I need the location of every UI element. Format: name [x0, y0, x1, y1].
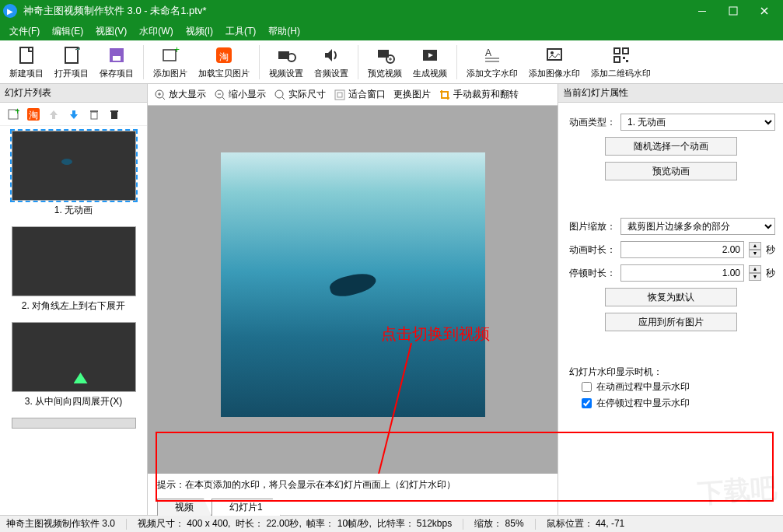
- slide-item[interactable]: 3. 从中间向四周展开(X): [5, 322, 142, 408]
- svg-rect-27: [91, 112, 97, 119]
- tab-slide[interactable]: 幻灯片1: [211, 499, 281, 516]
- add-qr-watermark-button[interactable]: 添加二维码水印: [586, 43, 655, 81]
- anim-dur-input[interactable]: [620, 241, 744, 258]
- svg-rect-22: [626, 60, 628, 62]
- slide-thumbnail: [12, 418, 136, 429]
- taobao-slide-button[interactable]: 淘: [25, 106, 42, 123]
- slide-item[interactable]: 2. 对角线左上到右下展开: [5, 226, 142, 313]
- wm-during-anim-checkbox[interactable]: 在动画过程中显示水印: [558, 379, 783, 395]
- crop-icon: [439, 89, 451, 101]
- svg-text:淘: 淘: [219, 51, 229, 62]
- menu-watermark[interactable]: 水印(W): [133, 23, 179, 40]
- folder-open-icon: [61, 44, 82, 66]
- canvas-image[interactable]: [221, 152, 485, 417]
- add-image-button[interactable]: +添加图片: [149, 43, 192, 81]
- video-settings-icon: [275, 44, 297, 66]
- menu-video[interactable]: 视频(I): [180, 23, 219, 40]
- slide-caption: 1. 无动画: [5, 204, 142, 217]
- image-plus-icon: +: [159, 44, 181, 66]
- menubar: 文件(F) 编辑(E) 视图(V) 水印(W) 视频(I) 工具(T) 帮助(H…: [0, 22, 783, 40]
- svg-rect-20: [614, 57, 620, 62]
- anim-type-select[interactable]: 1. 无动画: [620, 114, 775, 131]
- video-settings-button[interactable]: 视频设置: [264, 43, 308, 81]
- menu-view[interactable]: 视图(V): [89, 23, 133, 40]
- svg-rect-5: [113, 56, 121, 61]
- slide-caption: 2. 对角线左上到右下展开: [5, 299, 142, 313]
- svg-rect-21: [623, 57, 625, 59]
- preview-video-button[interactable]: 预览视频: [363, 43, 407, 81]
- zoom-in-icon: [154, 89, 166, 101]
- preview-icon: [374, 44, 396, 66]
- svg-rect-28: [90, 110, 98, 112]
- qr-icon: [610, 44, 632, 66]
- audio-settings-button[interactable]: 音频设置: [309, 43, 353, 81]
- svg-text:+: +: [15, 108, 19, 117]
- svg-point-17: [551, 51, 554, 54]
- close-button[interactable]: [749, 0, 780, 22]
- slide-item[interactable]: [5, 418, 142, 429]
- anim-dur-spinner[interactable]: ▲▼: [749, 242, 761, 257]
- random-anim-button[interactable]: 随机选择一个动画: [605, 137, 737, 156]
- delete-slide-button[interactable]: [86, 106, 103, 123]
- slide-thumbnail: [12, 322, 136, 392]
- slide-list-panel: 幻灯片列表 + 淘 1. 无动画 2. 对角线左上到右下展开 3. 从中间向四周…: [0, 84, 148, 515]
- zoom-out-button[interactable]: 缩小显示: [211, 86, 269, 103]
- anim-type-label: 动画类型：: [566, 116, 616, 129]
- slide-item[interactable]: 1. 无动画: [5, 131, 142, 217]
- taobao-icon: 淘: [213, 44, 235, 66]
- svg-rect-19: [623, 48, 628, 54]
- open-project-button[interactable]: 打开项目: [50, 43, 93, 81]
- minimize-button[interactable]: [687, 0, 718, 22]
- svg-point-33: [275, 90, 283, 98]
- fit-window-button[interactable]: 适合窗口: [330, 86, 389, 103]
- text-watermark-icon: A: [481, 44, 503, 66]
- tab-video[interactable]: 视频: [157, 499, 211, 516]
- zoom-in-button[interactable]: 放大显示: [151, 86, 209, 103]
- clear-slides-button[interactable]: [106, 106, 123, 123]
- apply-all-button[interactable]: 应用到所有图片: [605, 313, 737, 331]
- wm-during-pause-checkbox[interactable]: 在停顿过程中显示水印: [558, 395, 783, 411]
- properties-panel: 当前幻灯片属性 动画类型： 1. 无动画 随机选择一个动画 预览动画 图片缩放：…: [558, 84, 783, 515]
- zoom-out-icon: [214, 89, 226, 101]
- change-image-button[interactable]: 更换图片: [390, 86, 434, 103]
- export-video-icon: [419, 44, 441, 66]
- svg-rect-2: [20, 47, 33, 63]
- slide-list-toolbar: + 淘: [0, 103, 147, 126]
- move-up-button[interactable]: [45, 106, 62, 123]
- statusbar: 神奇主图视频制作软件 3.0 视频尺寸： 400 x 400, 时长： 22.0…: [0, 515, 783, 532]
- move-down-button[interactable]: [65, 106, 82, 123]
- generate-video-button[interactable]: 生成视频: [408, 43, 452, 81]
- add-image-watermark-button[interactable]: 添加图像水印: [524, 43, 585, 81]
- status-app: 神奇主图视频制作软件 3.0: [6, 517, 115, 530]
- pause-dur-input[interactable]: [620, 264, 744, 282]
- fit-icon: [334, 89, 346, 101]
- add-text-watermark-button[interactable]: A添加文字水印: [462, 43, 523, 81]
- svg-rect-18: [614, 48, 620, 54]
- actual-size-icon: [274, 89, 286, 101]
- menu-edit[interactable]: 编辑(E): [46, 23, 89, 40]
- canvas-panel: 放大显示 缩小显示 实际尺寸 适合窗口 更换图片 手动裁剪和翻转 点击切换到视频…: [148, 84, 558, 515]
- canvas-area[interactable]: 点击切换到视频: [148, 106, 558, 474]
- menu-tools[interactable]: 工具(T): [219, 23, 262, 40]
- anim-dur-label: 动画时长：: [566, 243, 616, 257]
- tab-strip: 视频 幻灯片1: [148, 496, 558, 515]
- slide-caption: 3. 从中间向四周展开(X): [5, 395, 142, 408]
- scale-select[interactable]: 裁剪图片边缘多余的部分: [620, 218, 775, 235]
- reset-default-button[interactable]: 恢复为默认: [605, 288, 737, 306]
- window-title: 神奇主图视频制作软件 3.0 - 未命名1.ptv*: [23, 4, 687, 18]
- menu-help[interactable]: 帮助(H): [262, 23, 306, 40]
- pause-dur-spinner[interactable]: ▲▼: [749, 265, 761, 281]
- save-project-button[interactable]: 保存项目: [95, 43, 138, 81]
- load-taobao-button[interactable]: 淘加载宝贝图片: [194, 43, 254, 81]
- preview-anim-button[interactable]: 预览动画: [605, 162, 737, 180]
- actual-size-button[interactable]: 实际尺寸: [271, 86, 329, 103]
- slide-list-title: 幻灯片列表: [0, 84, 147, 103]
- manual-crop-button[interactable]: 手动裁剪和翻转: [435, 86, 522, 103]
- menu-file[interactable]: 文件(F): [3, 23, 46, 40]
- audio-settings-icon: [320, 44, 342, 66]
- maximize-button[interactable]: [718, 0, 749, 22]
- pause-dur-label: 停顿时长：: [566, 267, 616, 280]
- add-slide-button[interactable]: +: [5, 106, 22, 123]
- new-project-button[interactable]: 新建项目: [5, 43, 48, 81]
- slide-list[interactable]: 1. 无动画 2. 对角线左上到右下展开 3. 从中间向四周展开(X): [0, 126, 147, 515]
